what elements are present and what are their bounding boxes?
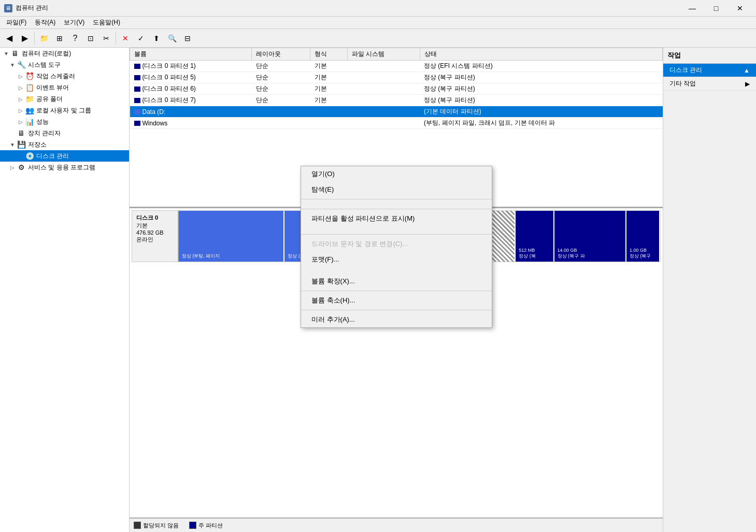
partition-status: 정상 (복구 파	[558, 253, 622, 260]
close-button[interactable]: ✕	[728, 0, 752, 17]
legend-unallocated-label: 할당되지 않음	[143, 522, 179, 529]
row1-volume: (디스크 0 파티션 5)	[130, 72, 252, 83]
toolbar-separator-1	[34, 32, 35, 45]
menu-help[interactable]: 도움말(H)	[89, 17, 124, 28]
tree-item-disk-management[interactable]: 💿 디스크 관리	[0, 150, 129, 162]
table-row-selected[interactable]: Data (D: (기본 데이터 파티션)	[130, 106, 663, 118]
disk-label-line4: 온라인	[136, 236, 174, 243]
tree-item-system-tools[interactable]: ▼ 🔧 시스템 도구	[0, 59, 129, 70]
row5-layout	[252, 118, 310, 129]
row2-fs	[347, 83, 420, 95]
legend-primary-label: 주 파티션	[198, 522, 223, 529]
ctx-explore[interactable]: 탐색(E)	[301, 182, 492, 197]
tree-item-services[interactable]: ▷ ⚙ 서비스 및 응용 프로그램	[0, 162, 129, 173]
col-status: 상태	[420, 48, 663, 61]
tree-item-storage[interactable]: ▼ 💾 저장소	[0, 139, 129, 150]
partition-512mb[interactable]: 512 MB 정상 (복	[516, 211, 554, 262]
ctx-change-drive[interactable]: 파티션을 활성 파티션으로 표시(M)	[301, 211, 492, 226]
row1-status: 정상 (복구 파티션)	[420, 72, 663, 83]
ctx-sep-1	[301, 199, 492, 199]
col-fs: 파일 시스템	[347, 48, 420, 61]
toolbar-scissors[interactable]: ✂	[99, 31, 113, 46]
toolbar-help[interactable]: ?	[68, 31, 82, 46]
row0-volume: (디스크 0 파티션 1)	[130, 61, 252, 72]
row1-fs	[347, 72, 420, 83]
disk-label-line1: 디스크 0	[136, 214, 174, 222]
storage-expand: ▼	[8, 142, 17, 148]
row5-type	[310, 118, 347, 129]
tree-item-task-scheduler[interactable]: ▷ ⏰ 작업 스케줄러	[0, 70, 129, 82]
menu-action[interactable]: 동작(A)	[31, 17, 60, 28]
table-row[interactable]: (디스크 0 파티션 5) 단순 기본 정상 (복구 파티션)	[130, 72, 663, 83]
tree-item-shared-folder[interactable]: ▷ 📁 공유 폴더	[0, 93, 129, 105]
left-panel: ▼ 🖥 컴퓨터 관리(로컬) ▼ 🔧 시스템 도구 ▷ ⏰ 작업 스케줄러 ▷ …	[0, 48, 130, 532]
row0-fs	[347, 61, 420, 72]
toolbar-grid[interactable]: ⊞	[52, 31, 67, 46]
tree-item-performance[interactable]: ▷ 📊 성능	[0, 116, 129, 127]
toolbar-back[interactable]: ◀	[2, 31, 17, 46]
ctx-shrink[interactable]: 포맷(F)...	[301, 252, 492, 267]
tree-item-device-manager[interactable]: 🖥 장치 관리자	[0, 127, 129, 139]
volume-table: 볼륨 레이아웃 형식 파일 시스템 상태 (디스크 0 파티션 1) 단순 기본…	[130, 48, 663, 129]
row3-status: 정상 (복구 파티션)	[420, 95, 663, 106]
menu-file[interactable]: 파일(F)	[2, 17, 31, 28]
toolbar-up[interactable]: ⬆	[149, 31, 164, 46]
row4-type	[310, 106, 347, 118]
partition-size: 512 MB	[519, 248, 550, 253]
row1-type: 기본	[310, 72, 347, 83]
ctx-sep-2	[301, 209, 492, 209]
ctx-open[interactable]: 열기(O)	[301, 166, 492, 182]
col-type: 형식	[310, 48, 347, 61]
menu-view[interactable]: 보기(V)	[60, 17, 89, 28]
table-row[interactable]: Windows (부팅, 페이지 파일, 크래시 덤프, 기본 데이터 파	[130, 118, 663, 129]
minimize-button[interactable]: —	[680, 0, 704, 17]
table-row[interactable]: (디스크 0 파티션 1) 단순 기본 정상 (EFI 시스템 파티션)	[130, 61, 663, 72]
users-expand: ▷	[17, 108, 25, 113]
row5-fs	[347, 118, 420, 129]
perf-icon: 📊	[25, 117, 34, 126]
col-layout: 레이아웃	[252, 48, 310, 61]
root-icon: 🖥	[10, 49, 20, 58]
app-icon: 🖥	[4, 4, 12, 12]
ctx-extend: 드라이브 문자 및 경로 변경(C)...	[301, 236, 492, 252]
maximize-button[interactable]: □	[704, 0, 728, 17]
row0-type: 기본	[310, 61, 347, 72]
row2-volume: (디스크 0 파티션 6)	[130, 83, 252, 95]
action-disk-management-arrow: ▲	[744, 67, 750, 74]
action-disk-management[interactable]: 디스크 관리 ▲	[663, 64, 756, 77]
system-tools-label: 시스템 도구	[28, 61, 61, 69]
toolbar-check[interactable]: ✓	[134, 31, 148, 46]
services-expand: ▷	[8, 165, 17, 170]
row1-layout: 단순	[252, 72, 310, 83]
ctx-sep-5	[301, 310, 492, 310]
toolbar-collapse[interactable]: ⊟	[180, 31, 195, 46]
window-controls: — □ ✕	[680, 0, 752, 17]
toolbar-separator-2	[116, 32, 116, 45]
ctx-help[interactable]: 미러 추가(A)...	[301, 312, 492, 327]
system-tools-expand: ▼	[8, 62, 17, 68]
ctx-format[interactable]	[301, 226, 492, 233]
row0-layout: 단순	[252, 61, 310, 72]
tree-item-event-viewer[interactable]: ▷ 📋 이벤트 뷰어	[0, 82, 129, 93]
toolbar-folder[interactable]: 📁	[37, 31, 51, 46]
toolbar-export[interactable]: ⊡	[83, 31, 98, 46]
toolbar-forward[interactable]: ▶	[18, 31, 32, 46]
partition-14gb[interactable]: 14.00 GB 정상 (복구 파	[554, 211, 626, 262]
action-other-tasks[interactable]: 기타 작업 ▶	[663, 77, 756, 91]
partition-status: 정상 (복구	[630, 253, 656, 260]
table-row[interactable]: (디스크 0 파티션 6) 단순 기본 정상 (복구 파티션)	[130, 83, 663, 95]
disk-icon: 💿	[25, 151, 34, 161]
partition-1gb[interactable]: 1.00 GB 정상 (복구	[626, 211, 660, 262]
services-icon: ⚙	[17, 163, 26, 172]
tree-item-local-users[interactable]: ▷ 👥 로컬 사용자 및 그룹	[0, 105, 129, 116]
partition-boot[interactable]: 정상 (부팅, 페이지	[179, 211, 284, 262]
legend-primary: 주 파티션	[189, 522, 223, 529]
tree-root[interactable]: ▼ 🖥 컴퓨터 관리(로컬)	[0, 48, 129, 59]
perf-label: 성능	[36, 118, 49, 126]
toolbar-delete[interactable]: ✕	[118, 31, 133, 46]
ctx-properties[interactable]: 볼륨 축소(H)...	[301, 293, 492, 308]
toolbar-search[interactable]: 🔍	[165, 31, 179, 46]
perf-expand: ▷	[17, 119, 25, 125]
table-row[interactable]: (디스크 0 파티션 7) 단순 기본 정상 (복구 파티션)	[130, 95, 663, 106]
ctx-delete-volume[interactable]: 볼륨 확장(X)...	[301, 274, 492, 289]
